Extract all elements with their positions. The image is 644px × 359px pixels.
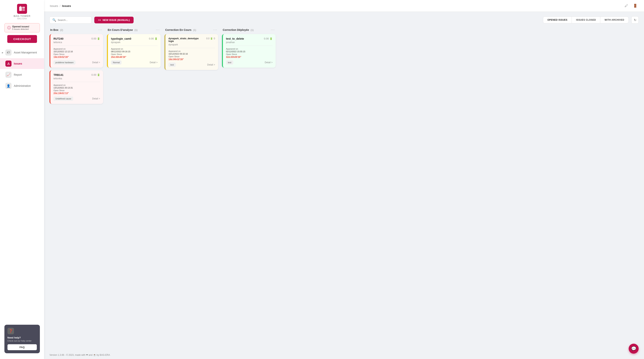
sidebar-item-asset-management[interactable]: ▶ 🏷 Asset Management	[0, 47, 44, 58]
card-cam0-footer: Normal Detail >	[111, 60, 158, 64]
search-box: 🔍	[50, 16, 92, 23]
column-en-cours-header: En Cours D'analyse (1) ···	[107, 28, 160, 32]
app-logo: BAG·TOWER BAG-ERA	[14, 4, 30, 20]
help-subtitle: Check out our help center	[8, 340, 37, 342]
checkout-button[interactable]: CHECKOUT	[7, 35, 37, 43]
sidebar: BAG·TOWER BAG-ERA ⓘ Opened issues! 5 iss…	[0, 0, 44, 359]
main-content: Issues / Issues 🖊 🚪 🔍 ≡+ NEW ISSUE (MANU…	[44, 0, 644, 359]
alert-subtitle: 5 issues detected	[12, 28, 29, 30]
card-rut240-detail-link[interactable]: Detail >	[92, 61, 100, 64]
card-strato-open-since: 18d.06h32'28"	[168, 58, 215, 61]
app-name: BAG·TOWER	[14, 14, 30, 17]
card-rut240-open-since: 19d.03h52'28"	[54, 56, 100, 58]
card-trb141: TRB141 0.00 🔋 teltonika Appeared on 13/1…	[50, 70, 103, 104]
card-test-open-since: 32d.00h09'29"	[226, 56, 272, 58]
card-strato-footer: test Detail >	[168, 63, 215, 67]
new-issue-button[interactable]: ≡+ NEW ISSUE (MANUAL)	[94, 17, 134, 23]
breadcrumb-parent[interactable]: Issues	[50, 4, 58, 7]
logout-icon[interactable]: 🚪	[632, 3, 638, 9]
card-rut240-footer: problème hardware Detail >	[54, 60, 100, 64]
card-test-subtitle: jonathan	[226, 41, 272, 44]
faq-button[interactable]: FAQ	[8, 344, 37, 350]
column-en-cours-title: En Cours D'analyse	[108, 28, 133, 31]
chat-button[interactable]: 💬	[629, 344, 639, 354]
card-cam0-detail-link[interactable]: Detail >	[150, 61, 158, 64]
card-test-detail-link[interactable]: Detail >	[265, 61, 272, 64]
card-cam0-open-since: 26d.06h48'29"	[111, 56, 158, 58]
card-cam0-score: 0.00 🔋	[149, 37, 158, 40]
card-trb141-open-since: 20d.19h51'13"	[54, 92, 100, 95]
svg-rect-1	[22, 7, 25, 9]
help-title: Need help?	[8, 336, 37, 339]
column-en-cours-count: (1)	[134, 28, 138, 31]
card-test-footer: test Detail >	[226, 60, 272, 64]
tab-opened-issues[interactable]: OPENED ISSUES	[543, 17, 572, 23]
card-trb141-detail-link[interactable]: Detail >	[92, 97, 100, 100]
logo-icon	[17, 4, 27, 14]
column-deployee-header: Correction Déployée (1) ···	[222, 28, 276, 32]
alert-box: ⓘ Opened issues! 5 issues detected	[4, 23, 40, 32]
column-inbox-menu[interactable]: ···	[98, 28, 102, 32]
sidebar-item-label-report: Report	[14, 73, 22, 76]
help-icon: ❓	[8, 328, 14, 334]
card-trb141-tag: Undefined cause	[54, 96, 73, 101]
card-strato-tag: test	[168, 63, 176, 67]
card-cam0-subtitle: dynapark	[111, 41, 158, 44]
card-test-open-since-label: Open Since	[226, 53, 272, 55]
card-cam0-title: typologie_cam0	[111, 37, 131, 40]
card-test-tag: test	[226, 60, 233, 64]
tab-issues-closed[interactable]: ISSUES CLOSED	[572, 17, 600, 23]
card-rut240-open-since-label: Open Since	[54, 53, 100, 55]
card-trb141-score: 0.00 🔋	[92, 73, 100, 76]
nav-menu: ▶ 🏷 Asset Management ⚠ Issues 📈 Report 👤…	[0, 47, 44, 91]
card-dynapark-strato: dynapark_strato_demotypologie 0.0 🔋0 dyn…	[164, 34, 218, 70]
issues-icon: ⚠	[5, 60, 12, 67]
svg-rect-2	[22, 9, 25, 11]
card-strato-open-since-label: Open Since	[168, 55, 215, 58]
column-deployee-menu[interactable]: ···	[271, 28, 275, 32]
refresh-button[interactable]: ↻	[631, 16, 639, 23]
column-correction-title: Correction En Cours	[165, 28, 192, 31]
tab-with-archived[interactable]: WITH ARCHIVED	[600, 17, 628, 23]
column-correction-menu[interactable]: ···	[213, 28, 217, 32]
card-rut240-tag: problème hardware	[54, 60, 76, 64]
card-strato-detail-link[interactable]: Detail >	[207, 63, 215, 66]
asset-management-icon: 🏷	[5, 49, 12, 55]
card-rut240-score: 0.00 🔋	[92, 37, 100, 40]
column-correction-header: Correction En Cours (1) ···	[164, 28, 218, 32]
card-cam0-header: typologie_cam0 0.00 🔋	[111, 37, 158, 40]
card-strato-title: dynapark_strato_demotypologie	[168, 37, 198, 42]
card-trb141-appeared-date: 13/12/2022 20:13:31	[54, 87, 100, 89]
column-correction-deployee: Correction Déployée (1) ··· test_to_dele…	[222, 28, 276, 106]
sidebar-item-report[interactable]: 📈 Report	[0, 69, 44, 80]
user-settings-icon[interactable]: 🖊	[623, 3, 630, 9]
svg-rect-3	[20, 6, 21, 7]
sidebar-item-administration[interactable]: 👤 Administration	[0, 80, 44, 91]
card-test-title: test_to_delete	[226, 37, 244, 40]
sidebar-item-label-admin: Administration	[14, 84, 31, 87]
kanban-board: In Box (2) ··· RUT240 0.00 🔋 teltonica A…	[50, 28, 639, 108]
toolbar: 🔍 ≡+ NEW ISSUE (MANUAL) OPENED ISSUES IS…	[50, 16, 639, 23]
sidebar-item-issues[interactable]: ⚠ Issues	[0, 58, 44, 69]
card-test-header: test_to_delete 0.00 🔋	[226, 37, 272, 40]
column-en-cours-menu[interactable]: ···	[156, 28, 160, 32]
card-trb141-appeared-label: Appeared on	[54, 84, 100, 86]
sidebar-item-label-asset: Asset Management	[14, 51, 37, 54]
alert-title: Opened issues!	[12, 25, 29, 28]
plus-icon: ≡+	[98, 18, 101, 21]
sidebar-item-label-issues: Issues	[14, 62, 22, 65]
card-rut240-subtitle: teltonica	[54, 41, 100, 44]
search-input[interactable]	[58, 18, 89, 21]
card-cam0-open-since-label: Open Since	[111, 53, 158, 55]
card-rut240-appeared-label: Appeared on	[54, 48, 100, 50]
breadcrumb: Issues / Issues	[50, 4, 71, 7]
card-cam0-appeared-date: 08/12/2022 09:16:15	[111, 50, 158, 53]
card-cam0-tag: Normal	[111, 60, 122, 64]
card-cam0-appeared-label: Appeared on	[111, 48, 158, 50]
search-icon: 🔍	[52, 18, 56, 22]
column-correction-en-cours: Correction En Cours (1) ··· dynapark_str…	[164, 28, 218, 106]
card-trb141-footer: Undefined cause Detail >	[54, 96, 100, 101]
card-strato-score: 0.0 🔋0	[206, 37, 215, 40]
topbar: Issues / Issues 🖊 🚪	[44, 0, 644, 12]
column-inbox-count: (2)	[60, 28, 63, 31]
